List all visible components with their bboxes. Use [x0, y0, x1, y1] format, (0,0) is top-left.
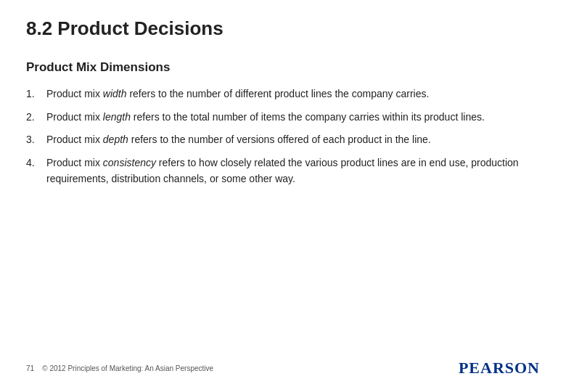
list-item: 2. Product mix length refers to the tota… — [26, 110, 540, 126]
list-text-1-italic: width — [103, 88, 127, 99]
page-title: 8.2 Product Decisions — [26, 17, 540, 40]
footer-copyright: © 2012 Principles of Marketing: An Asian… — [42, 364, 213, 372]
list-text-1: Product mix width refers to the number o… — [46, 86, 540, 102]
list-text-1-suffix: refers to the number of different produc… — [127, 88, 430, 99]
list-number-3: 3. — [26, 132, 46, 148]
list-text-4-italic: consistency — [103, 157, 156, 168]
footer-text: 71 © 2012 Principles of Marketing: An As… — [26, 364, 213, 372]
list-text-2: Product mix length refers to the total n… — [46, 110, 540, 126]
section-heading: Product Mix Dimensions — [26, 60, 540, 75]
list-text-3: Product mix depth refers to the number o… — [46, 132, 540, 148]
page-container: 8.2 Product Decisions Product Mix Dimens… — [0, 0, 566, 392]
list-text-2-prefix: Product mix — [46, 111, 103, 123]
list-text-2-italic: length — [103, 111, 131, 123]
list-text-4-prefix: Product mix — [46, 157, 103, 168]
list-text-3-italic: depth — [103, 134, 128, 145]
pearson-logo: PEARSON — [459, 359, 540, 377]
list-number-2: 2. — [26, 110, 46, 126]
list-item: 4. Product mix consistency refers to how… — [26, 155, 540, 187]
list-number-1: 1. — [26, 86, 46, 102]
list-text-1-prefix: Product mix — [46, 88, 103, 99]
footer-page-number: 71 — [26, 364, 34, 372]
list-text-2-suffix: refers to the total number of items the … — [131, 111, 485, 123]
list-text-4: Product mix consistency refers to how cl… — [46, 155, 540, 187]
content-list: 1. Product mix width refers to the numbe… — [26, 86, 540, 351]
list-item: 1. Product mix width refers to the numbe… — [26, 86, 540, 102]
footer: 71 © 2012 Principles of Marketing: An As… — [26, 351, 540, 377]
list-text-3-suffix: refers to the number of versions offered… — [128, 134, 431, 145]
list-item: 3. Product mix depth refers to the numbe… — [26, 132, 540, 148]
list-number-4: 4. — [26, 155, 46, 171]
list-text-3-prefix: Product mix — [46, 134, 103, 145]
